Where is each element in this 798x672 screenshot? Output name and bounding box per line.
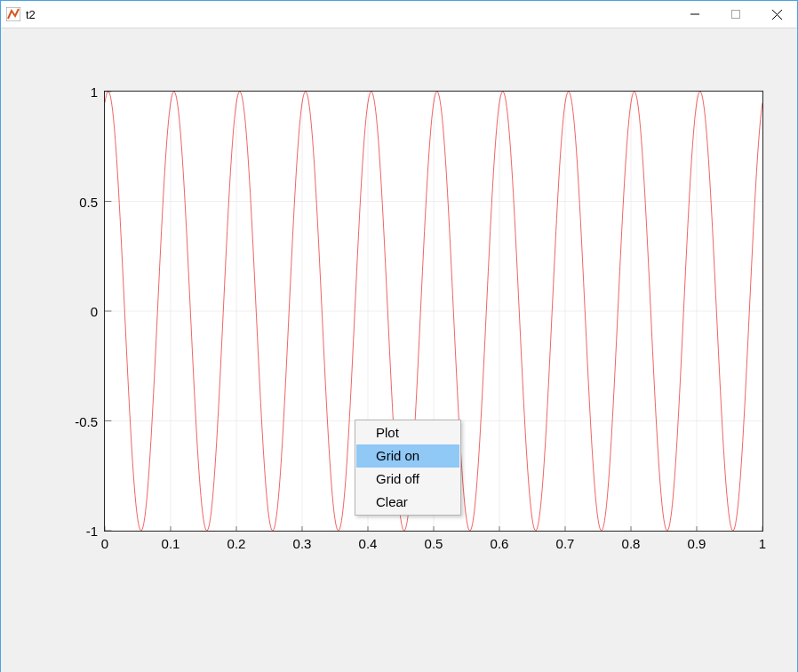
y-tick-label: 0	[91, 304, 98, 319]
window-title: t2	[26, 8, 674, 21]
x-tick-label: 0.6	[491, 536, 509, 551]
close-button[interactable]	[756, 1, 797, 28]
y-tick-label: 0.5	[79, 194, 98, 209]
y-tick-label: -1	[86, 524, 98, 539]
menu-item-clear[interactable]: Clear	[356, 491, 459, 514]
menu-item-grid-off[interactable]: Grid off	[356, 468, 459, 491]
minimize-button[interactable]	[674, 1, 715, 28]
maximize-button	[715, 1, 756, 28]
context-menu[interactable]: Plot Grid on Grid off Clear	[355, 420, 461, 516]
x-tick-label: 0.1	[162, 536, 180, 551]
y-tick-label: -0.5	[75, 413, 98, 428]
y-tick-label: 1	[91, 84, 98, 100]
svg-rect-2	[732, 11, 740, 19]
x-tick-label: 0.5	[425, 536, 443, 551]
titlebar[interactable]: t2	[1, 1, 797, 28]
x-tick-label: 0	[101, 536, 108, 551]
x-tick-label: 0.9	[688, 536, 706, 551]
menu-item-grid-on[interactable]: Grid on	[356, 444, 459, 468]
x-tick-label: 1	[759, 536, 766, 551]
menu-item-plot[interactable]: Plot	[356, 421, 459, 444]
x-tick-label: 0.4	[359, 536, 378, 551]
figure-client: 00.10.20.30.40.50.60.70.80.91-1-0.500.51…	[1, 28, 797, 672]
matlab-figure-icon	[6, 7, 20, 21]
x-tick-label: 0.7	[556, 536, 575, 551]
figure-window: t2 00.10.20.30.40.50.60.70.80.91-1-0	[0, 0, 798, 672]
x-tick-label: 0.2	[227, 536, 246, 551]
x-tick-label: 0.3	[293, 536, 312, 551]
x-tick-label: 0.8	[622, 536, 641, 551]
